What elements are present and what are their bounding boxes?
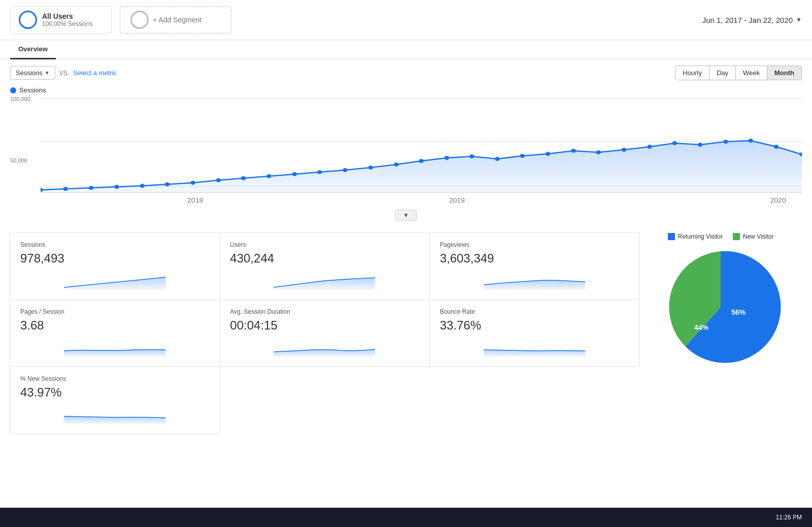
mini-chart-svg: [440, 270, 629, 290]
mini-chart-svg: [440, 337, 629, 357]
chart-legend: Sessions: [10, 82, 802, 96]
time-btn-month[interactable]: Month: [767, 66, 801, 80]
metric-dropdown[interactable]: Sessions ▼: [10, 66, 55, 80]
data-dot: [520, 154, 525, 158]
tab-area: Overview: [0, 40, 812, 59]
data-dot: [368, 166, 373, 170]
add-segment-icon: [130, 11, 149, 29]
data-dot: [292, 172, 297, 176]
returning-color: [668, 233, 675, 240]
data-dot: [266, 174, 271, 178]
data-dot: [698, 143, 702, 147]
mini-chart-svg: [20, 404, 209, 424]
stat-label: Pageviews: [440, 241, 629, 248]
vs-label: VS.: [59, 70, 69, 77]
pie-chart-svg: 56% 44%: [660, 246, 782, 368]
stat-label: Avg. Session Duration: [230, 308, 419, 315]
segment-info: All Users 100.00% Sessions: [42, 12, 92, 27]
legend-dot: [10, 87, 16, 93]
y-label-100k: 100,000: [10, 96, 41, 102]
data-dot: [672, 141, 677, 145]
data-dot: [495, 157, 499, 161]
data-dot: [546, 152, 550, 156]
mini-chart-svg: [230, 270, 419, 290]
stat-value: 00:04:15: [230, 318, 419, 333]
stat-label: Sessions: [20, 241, 209, 248]
stats-left: Sessions 978,493 Users 430,244 Pagevie: [10, 233, 639, 434]
chart-svg-container: 100,000 50,000: [10, 96, 802, 208]
data-dot: [749, 139, 753, 143]
new-legend: New Visitor: [733, 233, 773, 240]
data-dot: [216, 178, 221, 182]
chart-area: Sessions 100,000 50,000: [0, 82, 812, 223]
data-dot: [317, 170, 322, 174]
chart-controls: Sessions ▼ VS. Select a metric Hourly Da…: [0, 59, 812, 82]
segment-subtitle: 100.00% Sessions: [42, 20, 92, 27]
stat-card-new-sessions: % New Sessions 43.97%: [10, 367, 220, 434]
data-dot: [114, 185, 119, 189]
svg-text:2020: 2020: [770, 197, 786, 204]
time-btn-week[interactable]: Week: [736, 66, 767, 80]
date-range[interactable]: Jun 1, 2017 - Jan 22, 2020 ▼: [702, 16, 802, 24]
time-btn-day[interactable]: Day: [709, 66, 736, 80]
line-chart-svg: 2018 2019 2020: [41, 96, 802, 208]
date-range-text: Jun 1, 2017 - Jan 22, 2020: [702, 16, 793, 24]
new-pct-text: 44%: [694, 323, 709, 332]
stats-grid: Sessions 978,493 Users 430,244 Pagevie: [10, 233, 639, 367]
legend-label: Sessions: [19, 86, 46, 94]
stat-value: 33.76%: [440, 318, 629, 333]
stat-label: Pages / Session: [20, 308, 209, 315]
time-buttons: Hourly Day Week Month: [675, 65, 802, 80]
stat-card-sessions: Sessions 978,493: [10, 233, 220, 300]
metric-label: Sessions: [16, 69, 43, 77]
data-dot: [165, 182, 170, 186]
stat-card-pageviews: Pageviews 3,603,349: [429, 233, 639, 300]
stat-label: Users: [230, 241, 419, 248]
pie-legend: Returning Visitor New Visitor: [668, 233, 774, 240]
metric-select-area: Sessions ▼ VS. Select a metric: [10, 66, 117, 80]
stat-value: 3.68: [20, 318, 209, 333]
data-dot: [419, 159, 423, 163]
stats-row3: % New Sessions 43.97%: [10, 367, 639, 434]
mini-chart-svg: [230, 337, 419, 357]
data-dot: [469, 154, 474, 158]
top-bar: All Users 100.00% Sessions + Add Segment…: [0, 0, 812, 40]
stat-value: 43.97%: [20, 385, 209, 400]
returning-label: Returning Visitor: [678, 233, 723, 240]
y-axis-labels: 100,000 50,000: [10, 96, 41, 192]
data-dot: [343, 168, 347, 172]
data-dot: [394, 162, 398, 167]
tab-overview[interactable]: Overview: [10, 40, 56, 59]
collapse-button[interactable]: ▼: [395, 210, 417, 221]
all-users-segment[interactable]: All Users 100.00% Sessions: [10, 6, 112, 34]
collapse-btn-area: ▼: [10, 208, 802, 223]
stat-value: 3,603,349: [440, 251, 629, 266]
svg-text:2019: 2019: [449, 197, 465, 204]
stat-label: % New Sessions: [20, 375, 209, 382]
data-dot: [774, 145, 779, 149]
time-btn-hourly[interactable]: Hourly: [675, 66, 709, 80]
svg-text:2018: 2018: [187, 197, 203, 204]
data-dot: [647, 145, 652, 149]
select-metric-link[interactable]: Select a metric: [73, 69, 117, 77]
stat-card-users: Users 430,244: [219, 233, 429, 300]
mini-chart-svg: [20, 337, 209, 357]
y-label-50k: 50,000: [10, 157, 41, 163]
data-dot: [723, 140, 728, 144]
dropdown-arrow: ▼: [45, 70, 50, 76]
add-segment-box[interactable]: + Add Segment: [120, 6, 231, 34]
new-label: New Visitor: [743, 233, 773, 240]
segment-icon: [19, 11, 37, 29]
segments-area: All Users 100.00% Sessions + Add Segment: [10, 6, 231, 34]
stat-value: 430,244: [230, 251, 419, 266]
data-dot: [89, 186, 93, 190]
segment-title: All Users: [42, 12, 92, 20]
stat-card-avg-session: Avg. Session Duration 00:04:15: [219, 300, 429, 367]
new-color: [733, 233, 740, 240]
pie-section: Returning Visitor New Visitor 56% 44%: [639, 233, 802, 434]
stat-card-pages-session: Pages / Session 3.68: [10, 300, 220, 367]
returning-legend: Returning Visitor: [668, 233, 723, 240]
data-dot: [445, 156, 449, 160]
data-dot: [190, 181, 195, 185]
date-range-arrow: ▼: [796, 16, 802, 23]
